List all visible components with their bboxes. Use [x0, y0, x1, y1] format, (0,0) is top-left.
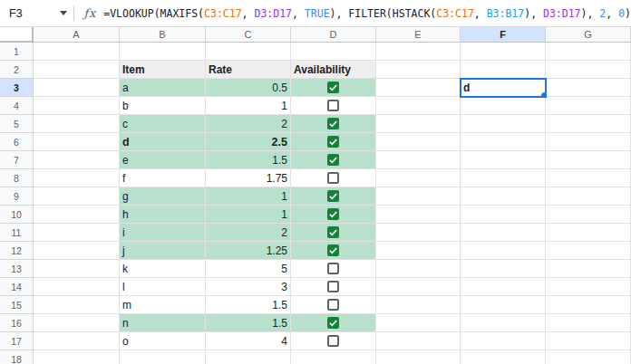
cell-A9[interactable]: [34, 187, 120, 206]
cell-F3[interactable]: d: [461, 79, 546, 97]
cell-G17[interactable]: [546, 332, 631, 350]
checkbox-unchecked[interactable]: [327, 172, 339, 184]
column-header-F[interactable]: F: [461, 27, 546, 43]
cell-A11[interactable]: [34, 224, 120, 242]
cell-E11[interactable]: [376, 224, 461, 242]
cell-A18[interactable]: [34, 350, 120, 364]
cell-B4[interactable]: b: [120, 97, 206, 115]
checkbox-checked[interactable]: [327, 154, 339, 166]
cell-C16[interactable]: 1.5: [206, 314, 291, 332]
cell-C5[interactable]: 2: [206, 115, 291, 133]
row-header-13[interactable]: 13: [0, 260, 34, 278]
cell-A1[interactable]: [34, 43, 120, 61]
cell-C18[interactable]: [206, 350, 291, 364]
checkbox-checked[interactable]: [327, 226, 339, 238]
cell-B17[interactable]: o: [120, 332, 206, 350]
cell-B14[interactable]: l: [120, 278, 206, 296]
cell-G12[interactable]: [546, 242, 631, 260]
cell-A8[interactable]: [34, 169, 120, 187]
checkbox-unchecked[interactable]: [327, 263, 339, 274]
cell-A6[interactable]: [34, 133, 120, 151]
cell-D16[interactable]: [291, 314, 376, 332]
cell-E1[interactable]: [376, 43, 461, 61]
cell-G2[interactable]: [546, 61, 631, 79]
row-header-18[interactable]: 18: [0, 350, 34, 364]
cell-D2[interactable]: Availability: [291, 61, 376, 79]
cell-C2[interactable]: Rate: [206, 61, 291, 79]
cell-F16[interactable]: [461, 314, 546, 332]
cell-C6[interactable]: 2.5: [206, 133, 291, 151]
checkbox-unchecked[interactable]: [327, 335, 339, 347]
cell-B15[interactable]: m: [120, 296, 206, 314]
cell-E5[interactable]: [376, 115, 461, 133]
cell-G4[interactable]: [546, 97, 631, 115]
cell-D5[interactable]: [291, 115, 376, 133]
cell-F2[interactable]: [461, 61, 546, 79]
cell-A12[interactable]: [34, 242, 120, 260]
cell-B3[interactable]: a: [120, 79, 206, 97]
row-header-1[interactable]: 1: [0, 43, 34, 61]
cell-B18[interactable]: [120, 350, 206, 364]
cell-G10[interactable]: [546, 206, 631, 224]
cell-G9[interactable]: [546, 187, 631, 206]
cell-A3[interactable]: [34, 79, 120, 97]
cell-C3[interactable]: 0.5: [206, 79, 291, 97]
cell-A15[interactable]: [34, 296, 120, 314]
cell-G6[interactable]: [546, 133, 631, 151]
cell-A16[interactable]: [34, 314, 120, 332]
cell-G7[interactable]: [546, 151, 631, 169]
cell-F10[interactable]: [461, 206, 546, 224]
checkbox-checked[interactable]: [327, 208, 339, 220]
cell-C7[interactable]: 1.5: [206, 151, 291, 169]
cell-D17[interactable]: [291, 332, 376, 350]
cell-C14[interactable]: 3: [206, 278, 291, 296]
cell-F14[interactable]: [461, 278, 546, 296]
cell-G18[interactable]: [546, 350, 631, 364]
cell-C10[interactable]: 1: [206, 206, 291, 224]
cell-D6[interactable]: [291, 133, 376, 151]
cell-E12[interactable]: [376, 242, 461, 260]
cell-D18[interactable]: [291, 350, 376, 364]
fill-handle[interactable]: [541, 92, 546, 97]
cell-B12[interactable]: j: [120, 242, 206, 260]
row-header-5[interactable]: 5: [0, 115, 34, 133]
checkbox-checked[interactable]: [327, 244, 339, 256]
cell-F11[interactable]: [461, 224, 546, 242]
column-header-A[interactable]: A: [34, 27, 120, 43]
cell-C9[interactable]: 1: [206, 187, 291, 206]
cell-D3[interactable]: [291, 79, 376, 97]
cell-F8[interactable]: [461, 169, 546, 187]
cell-D11[interactable]: [291, 224, 376, 242]
cell-F5[interactable]: [461, 115, 546, 133]
cell-F7[interactable]: [461, 151, 546, 169]
cell-G16[interactable]: [546, 314, 631, 332]
checkbox-checked[interactable]: [327, 118, 339, 129]
column-header-G[interactable]: G: [546, 27, 631, 43]
cell-D10[interactable]: [291, 206, 376, 224]
cell-E13[interactable]: [376, 260, 461, 278]
cell-F15[interactable]: [461, 296, 546, 314]
cell-E10[interactable]: [376, 206, 461, 224]
cell-A14[interactable]: [34, 278, 120, 296]
row-header-15[interactable]: 15: [0, 296, 34, 314]
cell-G13[interactable]: [546, 260, 631, 278]
cell-A10[interactable]: [34, 206, 120, 224]
cell-B7[interactable]: e: [120, 151, 206, 169]
cell-E16[interactable]: [376, 314, 461, 332]
checkbox-unchecked[interactable]: [327, 100, 339, 111]
cell-E3[interactable]: [376, 79, 461, 97]
cell-B8[interactable]: f: [120, 169, 206, 187]
cell-F6[interactable]: [461, 133, 546, 151]
row-header-11[interactable]: 11: [0, 224, 34, 242]
cell-F13[interactable]: [461, 260, 546, 278]
cell-D7[interactable]: [291, 151, 376, 169]
formula-input[interactable]: =VLOOKUP(MAXIFS(C3:C17, D3:D17, TRUE), F…: [103, 7, 631, 20]
cell-G1[interactable]: [546, 43, 631, 61]
row-header-6[interactable]: 6: [0, 133, 34, 151]
cell-F12[interactable]: [461, 242, 546, 260]
row-header-12[interactable]: 12: [0, 242, 34, 260]
checkbox-checked[interactable]: [327, 317, 339, 329]
cell-B1[interactable]: [120, 43, 206, 61]
cell-D14[interactable]: [291, 278, 376, 296]
row-header-3[interactable]: 3: [0, 79, 34, 97]
